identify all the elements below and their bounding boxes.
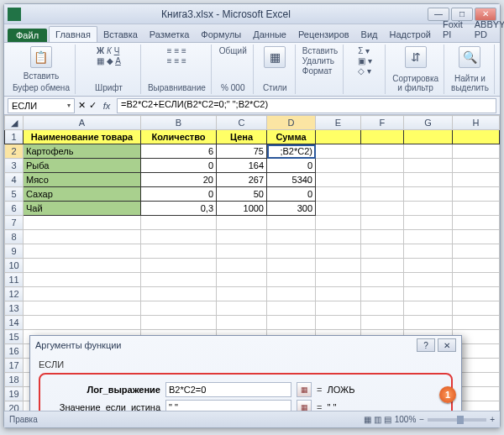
cell-name[interactable]: Рыба [24,159,141,173]
row-9[interactable]: 9 [5,244,24,259]
cell-name[interactable]: Сахар [24,187,141,202]
tab-foxit[interactable]: Foxit PI [437,17,469,42]
zoom-level: 100% [395,415,417,424]
dialog-func-name: ЕСЛИ [39,359,453,369]
status-bar: Правка ▦ ▥ ▤ 100% − + [4,411,500,427]
group-editing: Σ ▾ ▣ ▾ ◇ ▾ [345,45,386,94]
delete-btn[interactable]: Удалить [302,56,334,66]
row-12[interactable]: 12 [5,287,24,301]
row-4[interactable]: 4 [5,173,24,187]
col-A[interactable]: A [24,116,141,130]
row-20[interactable]: 20 [5,401,24,411]
valign[interactable]: ≡ ≡ ≡ [167,46,186,55]
halign[interactable]: ≡ ≡ ≡ [167,56,186,66]
formula-input[interactable]: =B2*C2+ЕСЛИ(B2*C2=0;" ";B2*C2) [117,98,496,113]
row-17[interactable]: 17 [5,359,24,373]
group-font: Ж К Ч ▦ ◆ A Шрифт [77,45,141,94]
border-btn[interactable]: ▦ ◆ A [97,56,121,66]
dialog-help-button[interactable]: ? [417,338,435,352]
tab-insert[interactable]: Вставка [97,27,144,42]
accept-formula[interactable]: ✓ [89,100,97,111]
col-H[interactable]: H [453,116,500,130]
tab-file[interactable]: Файл [8,29,47,42]
ribbon-tabs: Файл Главная Вставка Разметка Формулы Да… [4,24,500,43]
row-15[interactable]: 15 [5,330,24,344]
col-E[interactable]: E [316,116,361,130]
status-mode: Правка [9,415,38,424]
row-14[interactable]: 14 [5,316,24,330]
group-sort: ⇵ Сортировка и фильтр [387,45,444,94]
tab-view[interactable]: Вид [355,27,384,42]
arg1-result: ЛОЖЬ [327,385,354,395]
row-18[interactable]: 18 [5,373,24,387]
arg2-picker[interactable]: ▦ [297,400,312,411]
row-19[interactable]: 19 [5,387,24,401]
clipboard-label: Буфер обмена [13,83,70,92]
window-title: Книга3.xlsx - Microsoft Excel [26,8,426,20]
arg2-result: " " [327,402,336,411]
find-icon[interactable]: 🔍 [459,46,480,68]
align-label: Выравнивание [148,83,206,92]
tab-addins[interactable]: Надстрой [384,27,437,42]
arg1-label: Лог_выражение [87,385,160,395]
sheet[interactable]: ◢ A B C D E F G H 1Наименование товараКо… [4,115,500,411]
row-5[interactable]: 5 [5,187,24,202]
col-D[interactable]: D [267,116,316,130]
group-clipboard: 📋 Вставить Буфер обмена [8,45,76,94]
arg2-input[interactable] [165,400,291,411]
row-2[interactable]: 2 [5,144,24,159]
cell-name[interactable]: Чай [24,202,141,216]
arg1-picker[interactable]: ▦ [297,382,312,397]
row-1[interactable]: 1 [5,130,24,144]
col-C[interactable]: C [217,116,267,130]
format-btn[interactable]: Формат [302,66,333,76]
arg2-label: Значение_если_истина [47,402,160,411]
formula-bar: ЕСЛИ▾ ✕ ✓ fx =B2*C2+ЕСЛИ(B2*C2=0;" ";B2*… [4,97,500,115]
group-styles: ▦ Стили [255,45,296,94]
styles-icon[interactable]: ▦ [264,46,286,68]
paste-label: Вставить [24,71,59,81]
cell-name[interactable]: Картофель [24,144,141,159]
col-G[interactable]: G [403,116,452,130]
row-10[interactable]: 10 [5,259,24,273]
sort-icon[interactable]: ⇵ [405,46,427,68]
dialog-titlebar[interactable]: Аргументы функции ? ✕ [30,336,461,354]
row-13[interactable]: 13 [5,301,24,316]
row-16[interactable]: 16 [5,344,24,359]
tab-layout[interactable]: Разметка [144,27,196,42]
paste-icon[interactable]: 📋 [30,46,52,68]
name-box[interactable]: ЕСЛИ▾ [8,98,75,113]
zoom-control[interactable]: ▦ ▥ ▤ 100% − + [364,415,495,424]
select-all[interactable]: ◢ [5,116,24,130]
argument-box: Лог_выражение ▦ = ЛОЖЬ Значение_если_ист… [39,373,453,411]
group-find: 🔍 Найти и выделить [446,45,495,94]
group-number: Общий % 000 [213,45,254,94]
dialog-close-button[interactable]: ✕ [438,338,456,352]
row-6[interactable]: 6 [5,202,24,216]
font-label: Шрифт [95,83,123,92]
cancel-formula[interactable]: ✕ [78,100,86,111]
number-format[interactable]: Общий [219,46,247,55]
function-arguments-dialog: Аргументы функции ? ✕ ЕСЛИ Лог_выражение… [29,335,462,411]
row-7[interactable]: 7 [5,216,24,230]
group-cells: Вставить Удалить Формат [297,45,344,94]
excel-icon [8,8,21,21]
titlebar: Книга3.xlsx - Microsoft Excel — □ ✕ [4,4,500,24]
col-B[interactable]: B [141,116,217,130]
row-3[interactable]: 3 [5,159,24,173]
tab-abbyy[interactable]: ABBYY PD [469,17,504,42]
col-F[interactable]: F [360,116,403,130]
tab-home[interactable]: Главная [49,26,97,42]
tab-data[interactable]: Данные [247,27,292,42]
ribbon: 📋 Вставить Буфер обмена Ж К Ч ▦ ◆ A Шриф… [4,43,500,97]
arg1-input[interactable] [165,382,291,397]
insert-btn[interactable]: Вставить [302,46,338,55]
tab-formulas[interactable]: Формулы [195,27,247,42]
row-8[interactable]: 8 [5,230,24,244]
cell-name[interactable]: Мясо [24,173,141,187]
tab-review[interactable]: Рецензиров [292,27,355,42]
fx-button[interactable]: fx [100,99,113,113]
bold-btn[interactable]: Ж К Ч [97,46,119,55]
dialog-title: Аргументы функции [35,340,122,350]
row-11[interactable]: 11 [5,273,24,287]
